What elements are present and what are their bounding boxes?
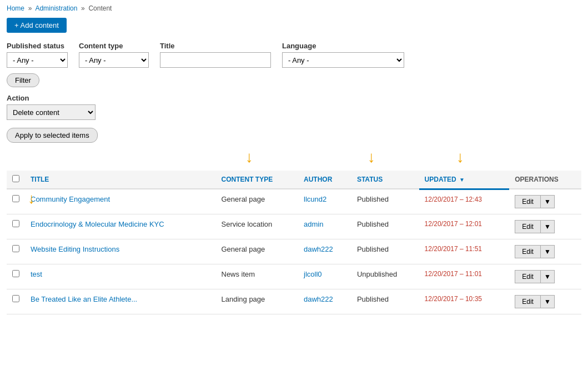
author-column-header[interactable]: AUTHOR <box>298 171 351 189</box>
edit-dropdown-1[interactable]: ▼ <box>540 220 555 233</box>
apply-button[interactable]: Apply to selected items <box>7 128 98 143</box>
row-status-cell: Unpublished <box>351 264 419 289</box>
table-row: Be Treated Like an Elite Athlete... Land… <box>7 289 581 314</box>
row-operations-cell: Edit ▼ <box>509 189 581 214</box>
row-author-link-4[interactable]: dawh222 <box>304 295 333 303</box>
table-row: Website Editing Instructions General pag… <box>7 239 581 264</box>
row-checkbox-cell <box>7 264 25 289</box>
published-status-label: Published status <box>7 42 68 50</box>
row-updated-cell: 12/20/2017 – 11:01 <box>419 264 510 289</box>
row-author-cell: admin <box>298 214 351 239</box>
row-updated-cell: 12/20/2017 – 12:01 <box>419 214 510 239</box>
edit-button-2[interactable]: Edit <box>515 245 540 258</box>
content-type-arrow: ↓ <box>245 149 253 165</box>
row-checkbox-cell <box>7 214 25 239</box>
row-content-type-cell: General page <box>216 239 299 264</box>
breadcrumb-admin[interactable]: Administration <box>35 4 77 12</box>
edit-button-3[interactable]: Edit <box>515 270 540 283</box>
title-input[interactable] <box>160 52 271 68</box>
breadcrumb-current: Content <box>88 4 112 12</box>
row-title-link-1[interactable]: Endocrinology & Molecular Medicine KYC <box>31 220 164 228</box>
updated-column-header[interactable]: UPDATED ▼ <box>419 171 510 189</box>
row-content-type-cell: Landing page <box>216 289 299 314</box>
row-title-cell: Website Editing Instructions <box>25 239 216 264</box>
breadcrumb-home[interactable]: Home <box>7 4 24 12</box>
table-header-row: TITLE ↓ CONTENT TYPE AUTHOR STATUS UPDAT… <box>7 171 581 189</box>
content-type-column-header[interactable]: CONTENT TYPE <box>216 171 299 189</box>
edit-dropdown-3[interactable]: ▼ <box>540 270 555 283</box>
row-content-type-cell: Service location <box>216 214 299 239</box>
row-checkbox-2[interactable] <box>12 245 19 252</box>
row-operations-cell: Edit ▼ <box>509 289 581 314</box>
language-filter: Language - Any - English Spanish French <box>282 42 404 68</box>
row-status-cell: Published <box>351 239 419 264</box>
status-col-label: STATUS <box>357 176 383 183</box>
row-title-link-2[interactable]: Website Editing Instructions <box>31 245 119 253</box>
status-arrow: ↓ <box>368 149 375 165</box>
operations-column-header: OPERATIONS <box>509 171 581 189</box>
language-label: Language <box>282 42 404 50</box>
edit-btn-group-4: Edit ▼ <box>515 295 576 308</box>
edit-btn-group-1: Edit ▼ <box>515 220 576 233</box>
row-title-cell: Endocrinology & Molecular Medicine KYC <box>25 214 216 239</box>
edit-dropdown-2[interactable]: ▼ <box>540 245 555 258</box>
row-author-cell: llcund2 <box>298 189 351 214</box>
title-label: Title <box>160 42 271 50</box>
row-operations-cell: Edit ▼ <box>509 214 581 239</box>
row-updated-cell: 12/20/2017 – 11:51 <box>419 239 510 264</box>
table-row: test News item jlcoll0 Unpublished 12/20… <box>7 264 581 289</box>
row-checkbox-0[interactable] <box>12 195 19 202</box>
content-table: TITLE ↓ CONTENT TYPE AUTHOR STATUS UPDAT… <box>7 171 581 314</box>
row-checkbox-cell <box>7 289 25 314</box>
edit-button-4[interactable]: Edit <box>515 295 540 308</box>
edit-btn-group-2: Edit ▼ <box>515 245 576 258</box>
action-label: Action <box>7 94 581 102</box>
row-author-link-2[interactable]: dawh222 <box>304 245 333 253</box>
row-author-cell: dawh222 <box>298 239 351 264</box>
edit-dropdown-4[interactable]: ▼ <box>540 295 555 308</box>
row-author-link-1[interactable]: admin <box>304 220 323 228</box>
language-select[interactable]: - Any - English Spanish French <box>282 52 404 68</box>
filter-button[interactable]: Filter <box>7 73 39 87</box>
published-status-select[interactable]: - Any - Published Unpublished <box>7 52 68 68</box>
row-status-cell: Published <box>351 214 419 239</box>
edit-button-1[interactable]: Edit <box>515 220 540 233</box>
edit-btn-group-3: Edit ▼ <box>515 270 576 283</box>
published-status-filter: Published status - Any - Published Unpub… <box>7 42 68 68</box>
row-updated-cell: 12/20/2017 – 10:35 <box>419 289 510 314</box>
row-author-link-3[interactable]: jlcoll0 <box>304 270 322 278</box>
breadcrumb: Home » Administration » Content <box>7 4 581 12</box>
row-status-cell: Published <box>351 189 419 214</box>
row-operations-cell: Edit ▼ <box>509 264 581 289</box>
content-type-filter: Content type - Any - General page Servic… <box>79 42 149 68</box>
updated-col-label: UPDATED <box>425 176 456 183</box>
action-select[interactable]: Delete content Publish Unpublish <box>7 104 96 120</box>
row-title-cell: Be Treated Like an Elite Athlete... <box>25 289 216 314</box>
row-updated-cell: 12/20/2017 – 12:43 <box>419 189 510 214</box>
table-row: Community Engagement General page llcund… <box>7 189 581 214</box>
row-content-type-cell: General page <box>216 189 299 214</box>
row-title-link-4[interactable]: Be Treated Like an Elite Athlete... <box>31 295 137 303</box>
filters-row: Published status - Any - Published Unpub… <box>7 42 581 68</box>
row-checkbox-3[interactable] <box>12 270 19 277</box>
row-checkbox-cell <box>7 239 25 264</box>
row-operations-cell: Edit ▼ <box>509 239 581 264</box>
row-checkbox-4[interactable] <box>12 295 19 302</box>
content-type-select[interactable]: - Any - General page Service location Ne… <box>79 52 149 68</box>
edit-dropdown-0[interactable]: ▼ <box>540 195 555 208</box>
row-checkbox-1[interactable] <box>12 220 19 227</box>
select-all-checkbox[interactable] <box>12 175 19 182</box>
row-title-link-3[interactable]: test <box>31 270 42 278</box>
title-column-header[interactable]: TITLE ↓ <box>25 171 216 189</box>
action-section: Action Delete content Publish Unpublish <box>7 94 581 120</box>
status-column-header[interactable]: STATUS <box>351 171 419 189</box>
row-author-link-0[interactable]: llcund2 <box>304 195 326 203</box>
content-type-label: Content type <box>79 42 149 50</box>
author-col-label: AUTHOR <box>304 176 332 183</box>
operations-col-label: OPERATIONS <box>515 176 558 183</box>
row-title-cell: test <box>25 264 216 289</box>
row-title-link-0[interactable]: Community Engagement <box>31 195 110 203</box>
add-content-button[interactable]: + Add content <box>7 18 67 33</box>
edit-button-0[interactable]: Edit <box>515 195 540 208</box>
row-content-type-cell: News item <box>216 264 299 289</box>
